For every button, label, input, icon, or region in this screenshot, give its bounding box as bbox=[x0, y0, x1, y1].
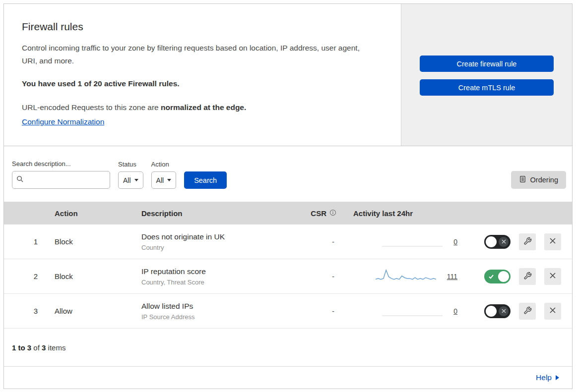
ordering-list-icon bbox=[519, 175, 526, 184]
rule-action: Allow bbox=[51, 307, 141, 315]
create-mtls-rule-button[interactable]: Create mTLS rule bbox=[420, 79, 554, 96]
rule-action: Block bbox=[51, 237, 141, 246]
help-link-label: Help bbox=[536, 373, 552, 382]
help-bar: Help bbox=[4, 367, 572, 389]
info-icon[interactable] bbox=[329, 209, 336, 218]
rule-priority: 3 bbox=[4, 307, 51, 315]
wrench-icon bbox=[523, 237, 532, 247]
activity-count-link[interactable]: 0 bbox=[453, 307, 457, 315]
table-row: 1 Block Does not originate in UK Country… bbox=[4, 224, 572, 259]
status-filter-group: Status All bbox=[118, 161, 143, 189]
close-icon bbox=[549, 307, 556, 315]
header-action: Action bbox=[51, 209, 141, 218]
table-row: 3 Allow Allow listed IPs IP Source Addre… bbox=[4, 294, 572, 329]
toggle-knob bbox=[498, 271, 509, 282]
pagination-range: 1 to 3 bbox=[12, 343, 31, 352]
wrench-icon bbox=[523, 272, 532, 281]
edit-rule-button[interactable] bbox=[519, 233, 536, 250]
rule-action: Block bbox=[51, 272, 141, 280]
action-dropdown-value: All bbox=[156, 176, 164, 184]
header-csr: CSR bbox=[292, 209, 346, 218]
normalization-text: URL-encoded Requests to this zone are bbox=[22, 103, 161, 112]
rule-csr-value: - bbox=[292, 273, 346, 280]
pagination-of: of bbox=[33, 343, 40, 352]
rule-priority: 2 bbox=[4, 272, 51, 280]
rule-description: Does not originate in UK bbox=[141, 232, 292, 241]
delete-rule-button[interactable] bbox=[544, 268, 561, 285]
toggle-x-icon bbox=[499, 306, 509, 316]
action-filter-group: Action All bbox=[151, 161, 177, 189]
toggle-knob bbox=[486, 236, 497, 247]
firewall-rules-page: Firewall rules Control incoming traffic … bbox=[3, 3, 573, 389]
close-icon bbox=[549, 237, 556, 246]
table-row: 2 Block IP reputation score Country, Thr… bbox=[4, 259, 572, 294]
rule-activity-cell: 0 bbox=[346, 233, 465, 250]
rule-description: IP reputation score bbox=[141, 267, 292, 276]
page-description: Control incoming traffic to your zone by… bbox=[22, 42, 374, 67]
status-dropdown-value: All bbox=[123, 176, 131, 184]
status-label: Status bbox=[118, 161, 143, 168]
header-csr-label: CSR bbox=[311, 209, 326, 218]
hero-text-panel: Firewall rules Control incoming traffic … bbox=[4, 4, 401, 146]
page-title: Firewall rules bbox=[22, 21, 381, 33]
toggle-knob bbox=[486, 306, 497, 317]
rule-activity-cell: 111 bbox=[346, 268, 465, 285]
search-icon bbox=[16, 175, 24, 185]
rule-activity-cell: 0 bbox=[346, 303, 465, 320]
rule-csr-value: - bbox=[292, 307, 346, 315]
rule-criteria: Country, Threat Score bbox=[141, 279, 292, 286]
close-icon bbox=[549, 272, 556, 280]
chevron-down-icon bbox=[134, 179, 138, 181]
hero-actions-panel: Create firewall rule Create mTLS rule bbox=[401, 4, 572, 146]
usage-note: You have used 1 of 20 active Firewall ru… bbox=[22, 79, 381, 88]
rule-criteria: IP Source Address bbox=[141, 313, 292, 321]
rule-description: Allow listed IPs bbox=[141, 302, 292, 311]
ordering-button[interactable]: Ordering bbox=[511, 171, 566, 189]
toggle-x-icon bbox=[499, 237, 509, 247]
delete-rule-button[interactable] bbox=[544, 303, 561, 320]
pagination-summary: 1 to 3 of 3 items bbox=[4, 329, 572, 367]
edit-rule-button[interactable] bbox=[519, 303, 536, 320]
activity-count-link[interactable]: 0 bbox=[453, 238, 457, 246]
search-label: Search description... bbox=[12, 160, 110, 168]
rule-description-cell: Allow listed IPs IP Source Address bbox=[141, 302, 292, 321]
activity-sparkline bbox=[376, 268, 436, 285]
rule-controls bbox=[465, 233, 572, 250]
search-input[interactable] bbox=[27, 176, 106, 184]
help-link[interactable]: Help bbox=[536, 373, 559, 382]
chevron-right-icon bbox=[556, 375, 559, 380]
rule-enabled-toggle[interactable] bbox=[484, 304, 511, 318]
header-activity: Activity last 24hr bbox=[346, 209, 465, 218]
normalization-bold-text: normalized at the edge. bbox=[161, 103, 246, 112]
create-firewall-rule-button[interactable]: Create firewall rule bbox=[420, 56, 554, 72]
rule-controls bbox=[465, 303, 572, 320]
edit-rule-button[interactable] bbox=[519, 268, 536, 285]
ordering-button-label: Ordering bbox=[530, 176, 558, 184]
header-description: Description bbox=[141, 209, 292, 218]
table-header-row: Action Description CSR Activity last 24h… bbox=[4, 202, 572, 224]
rule-enabled-toggle[interactable] bbox=[484, 235, 511, 249]
rule-csr-value: - bbox=[292, 238, 346, 246]
search-box[interactable] bbox=[12, 171, 110, 189]
activity-sparkline bbox=[382, 303, 443, 320]
rule-controls bbox=[465, 268, 572, 285]
rule-description-cell: IP reputation score Country, Threat Scor… bbox=[141, 267, 292, 286]
rule-priority: 1 bbox=[4, 237, 51, 246]
pagination-total: 3 bbox=[42, 343, 46, 352]
hero-section: Firewall rules Control incoming traffic … bbox=[4, 4, 572, 146]
rule-enabled-toggle[interactable] bbox=[484, 270, 511, 283]
delete-rule-button[interactable] bbox=[544, 233, 561, 250]
status-dropdown[interactable]: All bbox=[118, 171, 143, 189]
rule-description-cell: Does not originate in UK Country bbox=[141, 232, 292, 251]
chevron-down-icon bbox=[167, 179, 171, 181]
pagination-items: items bbox=[48, 343, 66, 352]
normalization-note: URL-encoded Requests to this zone are no… bbox=[22, 102, 381, 114]
wrench-icon bbox=[523, 306, 532, 316]
search-button[interactable]: Search bbox=[184, 171, 227, 189]
configure-normalization-link[interactable]: Configure Normalization bbox=[22, 117, 104, 126]
action-dropdown[interactable]: All bbox=[151, 171, 177, 189]
filter-bar: Search description... Status All Action … bbox=[4, 146, 572, 202]
action-label: Action bbox=[151, 161, 177, 168]
toggle-check-icon bbox=[486, 272, 496, 281]
activity-count-link[interactable]: 111 bbox=[447, 273, 457, 280]
